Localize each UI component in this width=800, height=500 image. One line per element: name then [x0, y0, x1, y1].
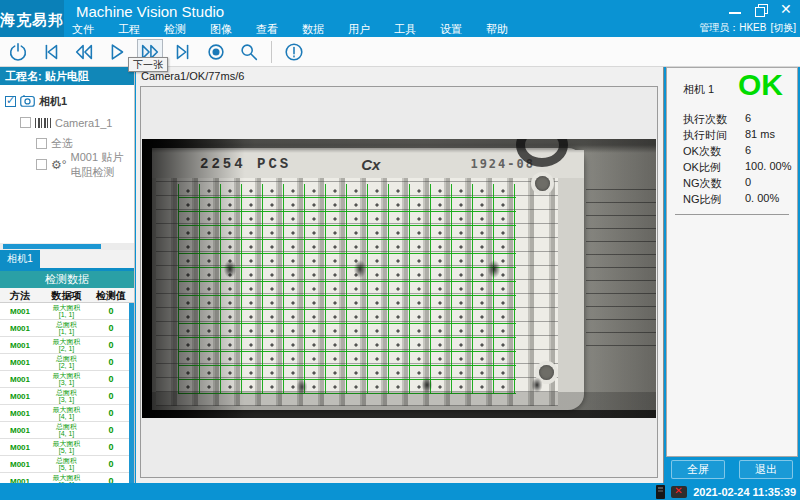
scrollbar-thumb[interactable] — [129, 303, 134, 499]
disconnect-icon — [671, 486, 687, 498]
action-buttons: 全屏 退出 — [664, 457, 800, 481]
table-row[interactable]: M001总面积[5, 1]0 — [0, 456, 134, 473]
stat-ok-ratio: OK比例100. 00% — [667, 160, 797, 176]
window-controls — [728, 3, 794, 17]
app-title: Machine Vision Studio — [76, 3, 224, 20]
record-icon[interactable] — [203, 39, 229, 65]
menu-project[interactable]: 工程 — [116, 22, 142, 37]
stat-ok-count: OK次数6 — [667, 144, 797, 160]
col-method: 方法 — [0, 288, 40, 302]
stat-ng-ratio: NG比例0. 00% — [667, 192, 797, 208]
table-row[interactable]: M001总面积[4, 1]0 — [0, 422, 134, 439]
power-icon[interactable] — [5, 39, 31, 65]
table-row[interactable]: M001总面积[1, 1]0 — [0, 320, 134, 337]
photo-vignette — [142, 139, 656, 418]
table-row[interactable]: M001最大面积[3, 1]0 — [0, 371, 134, 388]
statusbar: 2021-02-24 11:35:39 — [0, 483, 800, 500]
menu-view[interactable]: 查看 — [254, 22, 280, 37]
skip-last-icon[interactable] — [170, 39, 196, 65]
checkbox-unchecked[interactable] — [36, 159, 47, 170]
tree-item-camera1-1[interactable]: Camera1_1 — [0, 112, 134, 133]
stats-camera-label: 相机 1 — [683, 82, 714, 97]
computer-icon — [656, 485, 665, 499]
checkbox-unchecked[interactable] — [36, 138, 47, 149]
barcode-icon — [35, 118, 51, 128]
checkbox-checked[interactable] — [5, 96, 16, 107]
horizontal-scrollbar[interactable] — [0, 243, 134, 250]
table-row[interactable]: M001最大面积[4, 1]0 — [0, 405, 134, 422]
app-window: 海克易邦 Machine Vision Studio 文件 工程 检测 图像 查… — [0, 0, 800, 500]
checkbox-unchecked[interactable] — [20, 117, 31, 128]
table-row[interactable]: M001最大面积[1, 1]0 — [0, 303, 134, 320]
switch-user-link[interactable]: [切换] — [770, 21, 796, 35]
tooltip-next-image: 下一张 — [128, 57, 168, 72]
fullscreen-button[interactable]: 全屏 — [671, 460, 725, 479]
menu-help[interactable]: 帮助 — [484, 22, 510, 37]
menu-data[interactable]: 数据 — [300, 22, 326, 37]
menu-settings[interactable]: 设置 — [438, 22, 464, 37]
table-row[interactable]: M001最大面积[2, 1]0 — [0, 337, 134, 354]
menu-tools[interactable]: 工具 — [392, 22, 418, 37]
menu-user[interactable]: 用户 — [346, 22, 372, 37]
admin-label: 管理员：HKEB — [699, 21, 766, 35]
play-icon[interactable] — [104, 39, 130, 65]
right-panel: 相机 1 OK 执行次数6 执行时间81 ms OK次数6 OK比例100. 0… — [663, 67, 800, 483]
detection-data-header: 检测数据 — [0, 271, 134, 288]
stats-divider — [675, 214, 789, 215]
image-viewer[interactable]: 2254 PCS Cx 1924-08 — [140, 86, 658, 478]
brand-logo: 海克易邦 — [0, 0, 64, 37]
vertical-scrollbar[interactable] — [129, 303, 134, 499]
detection-table: M001最大面积[1, 1]0 M001总面积[1, 1]0 M001最大面积[… — [0, 303, 134, 499]
col-item: 数据项 — [40, 288, 93, 302]
clock-timestamp: 2021-02-24 11:35:39 — [693, 486, 796, 498]
left-panel: 工程名: 贴片电阻 相机1 Camera1_1 全选 ⚙° M0 — [0, 67, 135, 483]
menu-inspect[interactable]: 检测 — [162, 22, 188, 37]
restore-icon[interactable] — [754, 3, 768, 17]
camera-image: 2254 PCS Cx 1924-08 — [142, 139, 656, 418]
col-value: 检测值 — [93, 288, 129, 302]
toolbar-separator — [271, 41, 272, 63]
tab-camera1[interactable]: 相机1 — [0, 250, 40, 268]
info-icon[interactable] — [281, 39, 307, 65]
previous-icon[interactable] — [71, 39, 97, 65]
exit-button[interactable]: 退出 — [739, 460, 793, 479]
search-icon[interactable] — [236, 39, 262, 65]
table-row[interactable]: M001最大面积[5, 1]0 — [0, 439, 134, 456]
minimize-icon[interactable] — [728, 3, 742, 17]
close-icon[interactable] — [780, 3, 794, 17]
camera-icon — [20, 95, 35, 109]
stats-box: 相机 1 OK 执行次数6 执行时间81 ms OK次数6 OK比例100. 0… — [666, 67, 798, 457]
menubar: 文件 工程 检测 图像 查看 数据 用户 工具 设置 帮助 管理员：HKEB [… — [70, 21, 800, 37]
tree-item-m001[interactable]: ⚙° M001 贴片电阻检测 — [0, 154, 134, 175]
stat-exec-time: 执行时间81 ms — [667, 128, 797, 144]
table-row[interactable]: M001总面积[2, 1]0 — [0, 354, 134, 371]
menu-file[interactable]: 文件 — [70, 22, 96, 37]
toolbar — [0, 37, 800, 67]
table-row[interactable]: M001总面积[3, 1]0 — [0, 388, 134, 405]
project-name-header: 工程名: 贴片电阻 — [0, 67, 134, 85]
skip-first-icon[interactable] — [38, 39, 64, 65]
project-tree: 相机1 Camera1_1 全选 ⚙° M001 贴片电阻检测 — [0, 85, 134, 243]
gear-icon: ⚙° — [51, 160, 67, 170]
stat-ng-count: NG次数0 — [667, 176, 797, 192]
result-badge: OK — [738, 68, 783, 102]
stat-exec-count: 执行次数6 — [667, 112, 797, 128]
camera-tabs: 相机1 — [0, 250, 134, 268]
scrollbar-thumb[interactable] — [3, 244, 101, 249]
menu-image[interactable]: 图像 — [208, 22, 234, 37]
table-header: 方法 数据项 检测值 — [0, 288, 134, 303]
image-viewer-panel: Camera1/OK/77ms/6 2254 PCS Cx 1924-08 — [136, 67, 663, 483]
tree-item-camera1[interactable]: 相机1 — [0, 91, 134, 112]
